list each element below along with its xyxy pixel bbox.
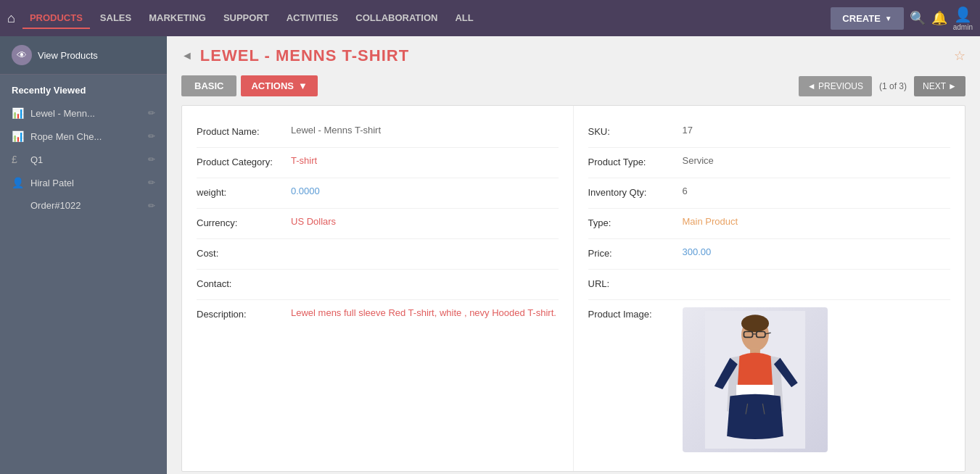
create-caret-icon: ▼ [885,14,892,22]
basic-tab-button[interactable]: BASIC [181,75,236,96]
product-name-row: Product Name: Lewel - Menns T-shirt [197,117,559,148]
person-icon: 👤 [12,177,25,188]
next-button[interactable]: NEXT ► [914,76,965,96]
create-button[interactable]: CREATE ▼ [831,7,903,30]
favorite-star-icon[interactable]: ☆ [954,48,965,64]
create-label: CREATE [842,13,880,24]
sidebar-item-order[interactable]: Order#1022 ✏ [0,194,167,217]
nav-marketing[interactable]: MARKETING [141,8,213,29]
product-category-label: Product Category: [197,155,291,167]
sidebar-item-label-1: Lewel - Menn... [30,108,142,119]
pound-icon: £ [12,154,25,165]
currency-label: Currency: [197,216,291,228]
product-category-value[interactable]: T-shirt [291,155,559,166]
form-grid: Product Name: Lewel - Menns T-shirt Prod… [182,106,965,471]
back-arrow-icon[interactable]: ◄ [181,49,193,62]
type-label: Type: [588,216,683,228]
weight-value: 0.0000 [291,186,559,196]
content-area: ◄ LEWEL - MENNS T-SHIRT ☆ BASIC ACTIONS … [167,36,980,474]
top-navigation: ⌂ PRODUCTS SALES MARKETING SUPPORT ACTIV… [0,0,980,36]
weight-label: weight: [197,186,291,198]
nav-collaboration[interactable]: COLLABORATION [348,8,445,29]
nav-all[interactable]: ALL [448,8,480,29]
title-bar: ◄ LEWEL - MENNS T-SHIRT ☆ [167,36,980,75]
sidebar-item-label-4: Hiral Patel [30,178,142,188]
page-info: (1 of 3) [876,81,910,91]
product-category-row: Product Category: T-shirt [197,148,559,178]
product-image-label: Product Image: [588,307,683,320]
actions-caret-icon: ▼ [298,80,308,91]
sidebar-item-label-2: Rope Men Che... [30,131,142,142]
action-bar: BASIC ACTIONS ▼ ◄ PREVIOUS (1 of 3) NEXT… [167,75,980,105]
sidebar-item-hiral[interactable]: 👤 Hiral Patel ✏ [0,171,167,194]
sidebar-item-label-5: Order#1022 [30,200,142,211]
actions-dropdown-button[interactable]: ACTIONS ▼ [241,75,317,96]
type-row: Type: Main Product [588,209,951,239]
actions-label: ACTIONS [251,80,294,91]
nav-support[interactable]: SUPPORT [216,8,276,29]
edit-icon-4[interactable]: ✏ [148,178,155,188]
currency-value[interactable]: US Dollars [291,216,559,227]
search-icon[interactable]: 🔍 [910,10,926,26]
url-row: URL: [588,270,951,300]
nav-activities[interactable]: ACTIVITIES [279,8,346,29]
sidebar: 👁 View Products Recently Viewed 📊 Lewel … [0,36,167,474]
edit-icon-3[interactable]: ✏ [148,154,155,165]
action-right: ◄ PREVIOUS (1 of 3) NEXT ► [799,76,965,96]
home-icon[interactable]: ⌂ [7,11,15,26]
sidebar-item-lewel[interactable]: 📊 Lewel - Menn... ✏ [0,101,167,125]
edit-icon-1[interactable]: ✏ [148,108,155,118]
top-nav-right: CREATE ▼ 🔍 🔔 👤 admin [831,6,973,31]
nav-links: PRODUCTS SALES MARKETING SUPPORT ACTIVIT… [22,8,831,29]
nav-sales[interactable]: SALES [93,8,139,29]
previous-button[interactable]: ◄ PREVIOUS [799,76,872,96]
product-image-row: Product Image: [588,300,951,460]
form-left: Product Name: Lewel - Menns T-shirt Prod… [182,106,574,471]
user-icon: 👤 [954,6,972,23]
bar-chart-icon-1: 📊 [12,107,25,119]
product-type-row: Product Type: Service [588,148,951,178]
view-products-label: View Products [38,50,98,61]
nav-products[interactable]: PRODUCTS [22,8,90,29]
edit-icon-5[interactable]: ✏ [148,201,155,211]
sku-row: SKU: 17 [588,117,951,148]
product-type-label: Product Type: [588,155,683,167]
main-layout: 👁 View Products Recently Viewed 📊 Lewel … [0,36,980,474]
sku-value: 17 [683,125,951,136]
inventory-qty-row: Inventory Qty: 6 [588,178,951,209]
inventory-qty-label: Inventory Qty: [588,186,683,198]
bell-icon[interactable]: 🔔 [931,10,947,26]
cost-label: Cost: [197,246,291,259]
svg-point-2 [741,315,769,332]
admin-avatar[interactable]: 👤 admin [953,6,973,31]
sku-label: SKU: [588,125,683,137]
product-name-label: Product Name: [197,125,291,137]
action-left: BASIC ACTIONS ▼ [181,75,318,96]
description-value: Lewel mens full sleeve Red T-shirt, whit… [291,307,559,318]
product-image-svg [697,311,813,449]
form-right: SKU: 17 Product Type: Service Inventory … [574,106,965,471]
recently-viewed-title: Recently Viewed [0,75,167,101]
cost-row: Cost: [197,239,559,270]
description-label: Description: [197,307,291,320]
product-name-value: Lewel - Menns T-shirt [291,125,559,136]
type-value[interactable]: Main Product [683,216,951,227]
price-value: 300.00 [683,246,951,257]
view-products-link[interactable]: 👁 View Products [0,36,167,75]
sidebar-item-label-3: Q1 [30,154,142,165]
description-row: Description: Lewel mens full sleeve Red … [197,300,559,330]
sidebar-item-q1[interactable]: £ Q1 ✏ [0,148,167,171]
weight-row: weight: 0.0000 [197,178,559,209]
sidebar-item-rope[interactable]: 📊 Rope Men Che... ✏ [0,125,167,148]
product-type-value: Service [683,155,951,166]
admin-label: admin [953,23,973,31]
edit-icon-2[interactable]: ✏ [148,131,155,141]
url-label: URL: [588,277,683,289]
price-row: Price: 300.00 [588,239,951,270]
bar-chart-icon-2: 📊 [12,130,25,142]
eye-icon: 👁 [12,45,32,65]
contact-label: Contact: [197,277,291,289]
page-title: LEWEL - MENNS T-SHIRT [200,46,947,65]
currency-row: Currency: US Dollars [197,209,559,239]
contact-row: Contact: [197,270,559,300]
